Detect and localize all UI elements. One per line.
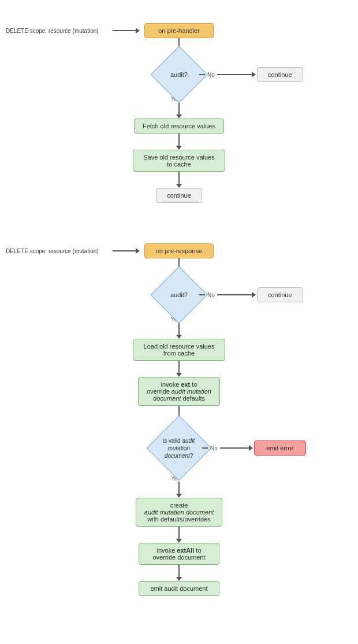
diagram: DELETE scope: resource (mutation) on pre… <box>0 0 358 631</box>
arrow-6 <box>176 323 182 339</box>
divider <box>0 226 358 243</box>
section-pre-handler: DELETE scope: resource (mutation) on pre… <box>0 12 358 203</box>
no-label-2: No <box>205 292 217 298</box>
create-node: createaudit mutation documentwith defaul… <box>136 498 222 527</box>
handler-node-2: on pre-response <box>144 243 214 258</box>
no-label-1: No <box>205 72 217 78</box>
continue-node-1: continue <box>257 67 303 82</box>
audit-diamond-2: audit? <box>153 275 205 315</box>
emit-error-node: emit error <box>254 441 306 456</box>
audit-diamond-1: audit? <box>153 54 205 95</box>
invoke-ext-node: invoke ext tooverride audit mutationdocu… <box>138 377 220 406</box>
arrow-11 <box>176 565 182 581</box>
no-label-3: No <box>208 445 220 451</box>
invoke-extall-node: invoke extAll tooverride document <box>139 543 219 565</box>
continue-node-2: continue <box>156 188 202 203</box>
arrow-4 <box>176 172 182 188</box>
handler-node-1: on pre-handler <box>144 23 214 38</box>
emit-audit-node: emit audit document <box>139 581 219 596</box>
entry-label-2: DELETE scope: resource (mutation) <box>6 248 99 254</box>
arrow-7 <box>176 361 182 377</box>
arrow-3 <box>176 134 182 150</box>
fetch-node: Fetch old resource values <box>134 119 224 134</box>
continue-node-3: continue <box>257 287 303 302</box>
entry-label-1: DELETE scope: resource (mutation) <box>6 28 99 34</box>
section-pre-response: DELETE scope: resource (mutation) on pre… <box>0 243 358 596</box>
load-node: Load old resource values from cache <box>133 339 225 361</box>
arrow-9 <box>176 482 182 498</box>
valid-diamond: is valid audit mutation document? <box>153 422 205 474</box>
arrow-10 <box>176 527 182 543</box>
arrow-2 <box>176 102 182 119</box>
save-node: Save old resource values to cache <box>133 150 225 172</box>
